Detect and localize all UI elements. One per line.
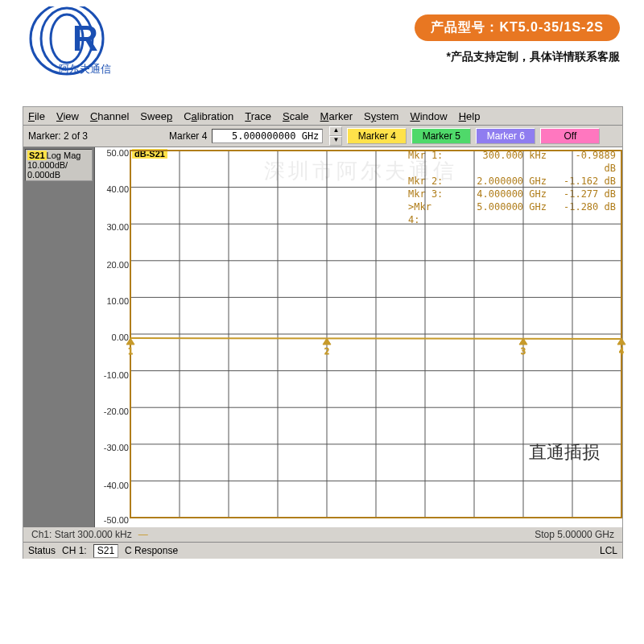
menu-view[interactable]: View bbox=[56, 110, 79, 122]
trace-ref: 0.000dB bbox=[27, 170, 60, 180]
menu-scale[interactable]: Scale bbox=[283, 110, 309, 122]
trace-param-tag: S21 bbox=[27, 151, 47, 160]
logo-text: 阿尔夫通信 bbox=[59, 63, 111, 75]
trace-format: Log Mag bbox=[47, 151, 81, 160]
menu-sweep[interactable]: Sweep bbox=[140, 110, 172, 122]
svg-text:R: R bbox=[72, 19, 98, 58]
trace-sidebar: S21Log Mag 10.000dB/ 0.000dB bbox=[23, 147, 95, 527]
menu-help[interactable]: Help bbox=[459, 110, 481, 122]
menu-system[interactable]: System bbox=[364, 110, 398, 122]
status-label: Status bbox=[28, 545, 56, 556]
page-header: R 阿尔夫通信 产品型号：KT5.0-35/1S-2S *产品支持定制，具体详情… bbox=[0, 0, 644, 103]
marker-select-label: Marker 4 bbox=[169, 130, 207, 142]
plot-annotation: 直通插损 bbox=[529, 440, 600, 464]
marker5-button[interactable]: Marker 5 bbox=[411, 128, 471, 144]
menu-marker[interactable]: Marker bbox=[320, 110, 353, 122]
svg-text:3: 3 bbox=[521, 347, 526, 356]
marker4-button[interactable]: Marker 4 bbox=[347, 128, 407, 144]
marker-count-label: Marker: 2 of 3 bbox=[23, 130, 169, 142]
channel-axis-line: Ch1: Start 300.000 kHz — Stop 5.00000 GH… bbox=[23, 527, 622, 542]
plot-area[interactable]: 深圳市阿尔夫通信 dB-S21 Mkr 1:300.000 kHz-0.9889… bbox=[95, 147, 622, 527]
menu-channel[interactable]: Channel bbox=[90, 110, 129, 122]
menu-file[interactable]: File bbox=[28, 110, 45, 122]
trace-scale: 10.000dB/ bbox=[27, 160, 68, 170]
marker-toolbar: Marker: 2 of 3 Marker 4 5.000000000 GHz … bbox=[23, 126, 622, 147]
svg-text:4: 4 bbox=[619, 347, 624, 356]
menu-trace[interactable]: Trace bbox=[245, 110, 271, 122]
marker6-button[interactable]: Marker 6 bbox=[476, 128, 535, 144]
start-freq: Ch1: Start 300.000 kHz bbox=[31, 529, 132, 540]
status-param: S21 bbox=[93, 544, 118, 558]
status-channel: CH 1: bbox=[62, 545, 87, 556]
menu-window[interactable]: Window bbox=[410, 110, 447, 122]
svg-text:2: 2 bbox=[324, 347, 329, 356]
stepper-arrows[interactable]: ▲▼ bbox=[329, 126, 342, 146]
svg-line-27 bbox=[130, 338, 621, 339]
svg-text:1: 1 bbox=[128, 347, 133, 356]
status-lcl: LCL bbox=[600, 545, 617, 556]
plot-svg: 1234 bbox=[95, 147, 626, 527]
stop-freq: Stop 5.00000 GHz bbox=[535, 529, 614, 540]
product-model-badge: 产品型号：KT5.0-35/1S-2S bbox=[415, 14, 620, 41]
marker-value-input[interactable]: 5.000000000 GHz bbox=[212, 129, 323, 143]
marker-off-button[interactable]: Off bbox=[540, 128, 600, 144]
menubar: File View Channel Sweep Calibration Trac… bbox=[23, 107, 622, 126]
customization-note: *产品支持定制，具体详情联系客服 bbox=[447, 50, 620, 64]
menu-calibration[interactable]: Calibration bbox=[184, 110, 233, 122]
company-logo: R 阿尔夫通信 bbox=[23, 6, 143, 79]
vna-window: File View Channel Sweep Calibration Trac… bbox=[23, 106, 623, 559]
statusbar: Status CH 1: S21 C Response LCL bbox=[23, 542, 622, 559]
status-correction: C Response bbox=[125, 545, 178, 556]
